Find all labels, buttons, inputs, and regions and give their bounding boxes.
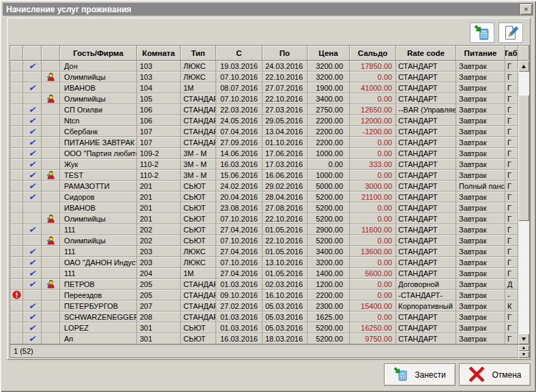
cell-tab[interactable]: Г bbox=[505, 126, 518, 137]
cell-picon[interactable] bbox=[42, 126, 60, 137]
cell-to[interactable]: 29.02.2016 bbox=[263, 181, 308, 192]
cell-rate[interactable]: СТАНДАРТ bbox=[396, 137, 456, 148]
table-row[interactable]: ✔Сидоров201СЬЮТ20.04.201628.04.20165200.… bbox=[10, 192, 518, 202]
cell-room[interactable]: 203 bbox=[137, 246, 181, 257]
cell-balance[interactable]: 0.00 bbox=[350, 72, 396, 82]
cell-guest[interactable]: РАМАЗОТТИ bbox=[60, 181, 137, 192]
cell-check[interactable]: ✔ bbox=[23, 104, 42, 115]
cell-tab[interactable]: Г bbox=[505, 72, 518, 82]
table-row[interactable]: ✔СП Огилви106СТАНДАРТ22.03.201627.03.201… bbox=[10, 104, 518, 115]
cell-picon[interactable] bbox=[42, 257, 60, 268]
cell-from[interactable]: 16.03.2016 bbox=[216, 159, 263, 170]
table-row[interactable]: ✔Дон103ЛЮКС19.03.201624.03.20163200.0017… bbox=[10, 61, 518, 72]
table-row[interactable]: ✔ПИТАНИЕ ЗАВТРАК107СТАНДАРТ27.09.201601.… bbox=[10, 137, 518, 148]
cell-guest[interactable]: Сидоров bbox=[60, 192, 137, 202]
cell-type[interactable]: СТАНДАРТ bbox=[181, 93, 216, 104]
cell-rate[interactable]: -СТАНДАРТ- bbox=[396, 290, 456, 301]
cell-from[interactable]: 23.08.2016 bbox=[216, 202, 263, 213]
cell-from[interactable]: 16.03.2016 bbox=[216, 333, 263, 344]
cell-rate[interactable]: --BAR (Управляе bbox=[396, 104, 456, 115]
cell-tab[interactable]: Г bbox=[505, 61, 518, 72]
cell-tab[interactable]: Г bbox=[505, 137, 518, 148]
cell-tab[interactable]: Г bbox=[505, 181, 518, 192]
cell-meal[interactable]: Завтрак bbox=[456, 312, 505, 322]
cell-rate[interactable]: СТАНДАРТ bbox=[396, 213, 456, 224]
vertical-scrollbar[interactable] bbox=[518, 61, 529, 344]
cell-picon[interactable] bbox=[42, 312, 60, 322]
scroll-up-button[interactable] bbox=[518, 61, 529, 72]
cell-balance[interactable]: 0.00 bbox=[350, 213, 396, 224]
cell-from[interactable]: 07.10.2016 bbox=[216, 93, 263, 104]
cell-from[interactable]: 07.10.2016 bbox=[216, 257, 263, 268]
cell-balance[interactable]: 41000.00 bbox=[350, 82, 396, 93]
cell-meal[interactable]: Завтрак bbox=[456, 301, 505, 312]
scroll-down-button[interactable] bbox=[518, 333, 529, 344]
cell-from[interactable]: 14.06.2016 bbox=[216, 148, 263, 159]
cell-flag[interactable] bbox=[10, 181, 23, 192]
cell-from[interactable]: 22.03.2016 bbox=[216, 104, 263, 115]
cell-balance[interactable]: -1200.00 bbox=[350, 126, 396, 137]
cell-rate[interactable]: СТАНДАРТ bbox=[396, 246, 456, 257]
cell-from[interactable]: 07.04.2016 bbox=[216, 126, 263, 137]
cell-picon[interactable] bbox=[42, 290, 60, 301]
cell-check[interactable] bbox=[23, 213, 42, 224]
cell-from[interactable]: 24.02.2016 bbox=[216, 181, 263, 192]
post-button[interactable]: Занести bbox=[384, 363, 456, 386]
cell-picon[interactable] bbox=[42, 72, 60, 82]
cell-guest[interactable]: 111 bbox=[60, 268, 137, 279]
cell-rate[interactable]: СТАНДАРТ bbox=[396, 159, 456, 170]
cell-type[interactable]: СЬЮТ bbox=[181, 333, 216, 344]
cell-price[interactable]: 2900.00 bbox=[308, 224, 350, 235]
cell-from[interactable]: 01.03.2016 bbox=[216, 322, 263, 333]
title-bar[interactable]: Начисление услуг проживания ✕ bbox=[3, 3, 533, 16]
close-button[interactable]: ✕ bbox=[520, 4, 532, 14]
cell-tab[interactable]: Г bbox=[505, 115, 518, 126]
cell-price[interactable]: 1900.00 bbox=[308, 82, 350, 93]
cell-picon[interactable] bbox=[42, 301, 60, 312]
table-row[interactable]: ✔TEST110-23М - М15.06.201616.06.20161000… bbox=[10, 170, 518, 181]
cell-to[interactable]: 17.06.2016 bbox=[263, 148, 308, 159]
cell-flag[interactable] bbox=[10, 126, 23, 137]
cell-meal[interactable]: Завтрак bbox=[456, 257, 505, 268]
cell-price[interactable]: 1200.00 bbox=[308, 279, 350, 290]
cell-to[interactable]: 16.10.2016 bbox=[263, 290, 308, 301]
cell-guest[interactable]: Ntcn bbox=[60, 115, 137, 126]
cell-flag[interactable] bbox=[10, 192, 23, 202]
cell-check[interactable]: ✔ bbox=[23, 246, 42, 257]
cell-check[interactable]: ✔ bbox=[23, 224, 42, 235]
cell-price[interactable]: 2200.00 bbox=[308, 137, 350, 148]
cell-flag[interactable] bbox=[10, 333, 23, 344]
cell-type[interactable]: СЬЮТ bbox=[181, 224, 216, 235]
cell-flag[interactable] bbox=[10, 148, 23, 159]
cell-room[interactable]: 201 bbox=[137, 213, 181, 224]
cell-picon[interactable] bbox=[42, 137, 60, 148]
cell-rate[interactable]: Корпоративный bbox=[396, 301, 456, 312]
cell-to[interactable]: 22.10.2016 bbox=[263, 93, 308, 104]
cell-meal[interactable]: Завтрак bbox=[456, 322, 505, 333]
cell-flag[interactable] bbox=[10, 170, 23, 181]
cell-from[interactable]: 15.06.2016 bbox=[216, 170, 263, 181]
post-charges-toolbar-button[interactable] bbox=[470, 22, 494, 43]
table-row[interactable]: ✔LOPEZ301СЬЮТ01.03.201605.03.20165200.00… bbox=[10, 322, 518, 333]
cell-meal[interactable]: Завтрак bbox=[456, 235, 505, 246]
cell-price[interactable]: 2200.00 bbox=[308, 126, 350, 137]
cell-to[interactable]: 16.06.2016 bbox=[263, 170, 308, 181]
cell-flag[interactable] bbox=[10, 72, 23, 82]
cell-type[interactable]: СЬЮТ bbox=[181, 202, 216, 213]
cell-room[interactable]: 202 bbox=[137, 224, 181, 235]
cell-picon[interactable] bbox=[42, 224, 60, 235]
cell-guest[interactable]: 111 bbox=[60, 224, 137, 235]
cell-price[interactable]: 3200.00 bbox=[308, 72, 350, 82]
cell-from[interactable]: 09.10.2016 bbox=[216, 290, 263, 301]
cell-guest[interactable]: ПИТАНИЕ ЗАВТРАК bbox=[60, 137, 137, 148]
cell-price[interactable]: 5200.00 bbox=[308, 213, 350, 224]
scrollbar-thumb[interactable] bbox=[518, 95, 529, 221]
cell-rate[interactable]: СТАНДАРТ bbox=[396, 224, 456, 235]
cell-flag[interactable] bbox=[10, 202, 23, 213]
cell-check[interactable] bbox=[23, 235, 42, 246]
table-row[interactable]: ✔1112041М27.04.201601.05.20161400.005600… bbox=[10, 268, 518, 279]
cell-price[interactable]: 1000.00 bbox=[308, 170, 350, 181]
cell-flag[interactable] bbox=[10, 246, 23, 257]
cell-room[interactable]: 103 bbox=[137, 72, 181, 82]
cell-type[interactable]: 3М - М bbox=[181, 159, 216, 170]
